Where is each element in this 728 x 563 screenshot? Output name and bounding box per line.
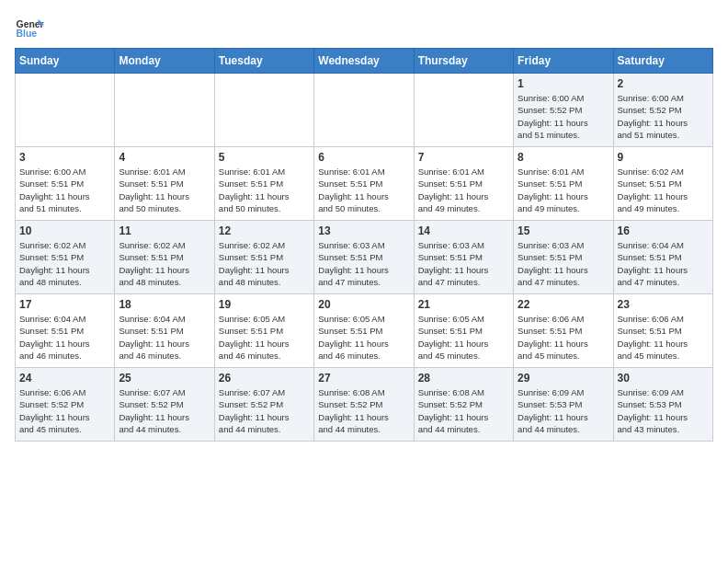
day-info: Sunrise: 6:01 AM Sunset: 5:51 PM Dayligh… <box>518 166 609 214</box>
calendar-cell: 26Sunrise: 6:07 AM Sunset: 5:52 PM Dayli… <box>214 368 313 442</box>
day-info: Sunrise: 6:05 AM Sunset: 5:51 PM Dayligh… <box>219 313 310 362</box>
day-info: Sunrise: 6:01 AM Sunset: 5:51 PM Dayligh… <box>119 166 210 214</box>
day-info: Sunrise: 6:09 AM Sunset: 5:53 PM Dayligh… <box>618 386 709 435</box>
day-info: Sunrise: 6:02 AM Sunset: 5:51 PM Dayligh… <box>219 239 310 288</box>
calendar-cell: 24Sunrise: 6:06 AM Sunset: 5:52 PM Dayli… <box>16 368 115 442</box>
day-number: 13 <box>318 224 409 237</box>
day-info: Sunrise: 6:00 AM Sunset: 5:52 PM Dayligh… <box>518 92 609 141</box>
day-info: Sunrise: 6:04 AM Sunset: 5:51 PM Dayligh… <box>19 313 110 362</box>
calendar-cell: 17Sunrise: 6:04 AM Sunset: 5:51 PM Dayli… <box>16 294 115 368</box>
day-number: 9 <box>618 151 709 164</box>
calendar-cell: 1Sunrise: 6:00 AM Sunset: 5:52 PM Daylig… <box>514 74 613 147</box>
calendar-cell: 15Sunrise: 6:03 AM Sunset: 5:51 PM Dayli… <box>514 221 613 294</box>
day-number: 15 <box>518 224 609 237</box>
calendar-cell: 7Sunrise: 6:01 AM Sunset: 5:51 PM Daylig… <box>414 147 513 221</box>
weekday-header-wednesday: Wednesday <box>314 49 414 74</box>
day-info: Sunrise: 6:02 AM Sunset: 5:51 PM Dayligh… <box>119 239 210 288</box>
day-info: Sunrise: 6:01 AM Sunset: 5:51 PM Dayligh… <box>418 166 509 214</box>
calendar-cell: 20Sunrise: 6:05 AM Sunset: 5:51 PM Dayli… <box>314 294 414 368</box>
day-info: Sunrise: 6:07 AM Sunset: 5:52 PM Dayligh… <box>219 386 310 435</box>
calendar-cell: 3Sunrise: 6:00 AM Sunset: 5:51 PM Daylig… <box>16 147 115 221</box>
calendar-cell: 29Sunrise: 6:09 AM Sunset: 5:53 PM Dayli… <box>514 368 613 442</box>
day-number: 17 <box>19 298 110 311</box>
day-number: 7 <box>418 151 509 164</box>
calendar-cell <box>16 74 115 147</box>
calendar-cell: 22Sunrise: 6:06 AM Sunset: 5:51 PM Dayli… <box>514 294 613 368</box>
weekday-header-friday: Friday <box>514 49 613 74</box>
day-info: Sunrise: 6:06 AM Sunset: 5:51 PM Dayligh… <box>518 313 609 362</box>
calendar-cell: 12Sunrise: 6:02 AM Sunset: 5:51 PM Dayli… <box>214 221 313 294</box>
day-number: 20 <box>318 298 409 311</box>
logo-icon: General Blue <box>15 15 44 44</box>
calendar-cell: 13Sunrise: 6:03 AM Sunset: 5:51 PM Dayli… <box>314 221 414 294</box>
day-info: Sunrise: 6:07 AM Sunset: 5:52 PM Dayligh… <box>119 386 210 435</box>
day-info: Sunrise: 6:05 AM Sunset: 5:51 PM Dayligh… <box>418 313 509 362</box>
calendar-cell: 28Sunrise: 6:08 AM Sunset: 5:52 PM Dayli… <box>414 368 513 442</box>
day-number: 16 <box>618 224 709 237</box>
logo: General Blue <box>15 15 44 44</box>
calendar-cell: 27Sunrise: 6:08 AM Sunset: 5:52 PM Dayli… <box>314 368 414 442</box>
day-info: Sunrise: 6:05 AM Sunset: 5:51 PM Dayligh… <box>318 313 409 362</box>
calendar-table: SundayMondayTuesdayWednesdayThursdayFrid… <box>15 48 713 442</box>
day-number: 3 <box>19 151 110 164</box>
svg-text:Blue: Blue <box>17 29 38 39</box>
calendar-cell: 4Sunrise: 6:01 AM Sunset: 5:51 PM Daylig… <box>115 147 214 221</box>
weekday-header-saturday: Saturday <box>613 49 712 74</box>
day-number: 4 <box>119 151 210 164</box>
weekday-header-thursday: Thursday <box>414 49 513 74</box>
day-info: Sunrise: 6:08 AM Sunset: 5:52 PM Dayligh… <box>318 386 409 435</box>
day-number: 28 <box>418 372 509 385</box>
day-info: Sunrise: 6:03 AM Sunset: 5:51 PM Dayligh… <box>418 239 509 288</box>
day-number: 5 <box>219 151 310 164</box>
day-number: 26 <box>219 372 310 385</box>
day-info: Sunrise: 6:03 AM Sunset: 5:51 PM Dayligh… <box>518 239 609 288</box>
day-info: Sunrise: 6:01 AM Sunset: 5:51 PM Dayligh… <box>219 166 310 214</box>
day-number: 12 <box>219 224 310 237</box>
day-number: 2 <box>618 77 709 90</box>
calendar-cell: 19Sunrise: 6:05 AM Sunset: 5:51 PM Dayli… <box>214 294 313 368</box>
day-info: Sunrise: 6:00 AM Sunset: 5:52 PM Dayligh… <box>618 92 709 141</box>
calendar-cell: 8Sunrise: 6:01 AM Sunset: 5:51 PM Daylig… <box>514 147 613 221</box>
day-number: 19 <box>219 298 310 311</box>
day-info: Sunrise: 6:09 AM Sunset: 5:53 PM Dayligh… <box>518 386 609 435</box>
calendar-cell: 6Sunrise: 6:01 AM Sunset: 5:51 PM Daylig… <box>314 147 414 221</box>
weekday-header-monday: Monday <box>115 49 214 74</box>
calendar-cell <box>115 74 214 147</box>
calendar-cell: 2Sunrise: 6:00 AM Sunset: 5:52 PM Daylig… <box>613 74 712 147</box>
day-number: 14 <box>418 224 509 237</box>
day-number: 27 <box>318 372 409 385</box>
day-number: 6 <box>318 151 409 164</box>
day-number: 24 <box>19 372 110 385</box>
day-info: Sunrise: 6:06 AM Sunset: 5:52 PM Dayligh… <box>19 386 110 435</box>
calendar-cell: 14Sunrise: 6:03 AM Sunset: 5:51 PM Dayli… <box>414 221 513 294</box>
day-number: 8 <box>518 151 609 164</box>
calendar-cell: 30Sunrise: 6:09 AM Sunset: 5:53 PM Dayli… <box>613 368 712 442</box>
day-info: Sunrise: 6:02 AM Sunset: 5:51 PM Dayligh… <box>19 239 110 288</box>
day-info: Sunrise: 6:04 AM Sunset: 5:51 PM Dayligh… <box>119 313 210 362</box>
day-number: 23 <box>618 298 709 311</box>
weekday-header-tuesday: Tuesday <box>214 49 313 74</box>
page-header: General Blue <box>15 15 713 44</box>
day-number: 1 <box>518 77 609 90</box>
day-info: Sunrise: 6:08 AM Sunset: 5:52 PM Dayligh… <box>418 386 509 435</box>
calendar-cell: 11Sunrise: 6:02 AM Sunset: 5:51 PM Dayli… <box>115 221 214 294</box>
day-number: 21 <box>418 298 509 311</box>
day-number: 11 <box>119 224 210 237</box>
day-number: 18 <box>119 298 210 311</box>
day-info: Sunrise: 6:03 AM Sunset: 5:51 PM Dayligh… <box>318 239 409 288</box>
calendar-cell: 16Sunrise: 6:04 AM Sunset: 5:51 PM Dayli… <box>613 221 712 294</box>
day-info: Sunrise: 6:00 AM Sunset: 5:51 PM Dayligh… <box>19 166 110 214</box>
calendar-cell: 9Sunrise: 6:02 AM Sunset: 5:51 PM Daylig… <box>613 147 712 221</box>
calendar-cell: 23Sunrise: 6:06 AM Sunset: 5:51 PM Dayli… <box>613 294 712 368</box>
day-info: Sunrise: 6:01 AM Sunset: 5:51 PM Dayligh… <box>318 166 409 214</box>
calendar-cell: 18Sunrise: 6:04 AM Sunset: 5:51 PM Dayli… <box>115 294 214 368</box>
day-number: 29 <box>518 372 609 385</box>
calendar-cell <box>414 74 513 147</box>
day-number: 22 <box>518 298 609 311</box>
calendar-cell: 25Sunrise: 6:07 AM Sunset: 5:52 PM Dayli… <box>115 368 214 442</box>
day-number: 30 <box>618 372 709 385</box>
calendar-cell <box>314 74 414 147</box>
day-info: Sunrise: 6:04 AM Sunset: 5:51 PM Dayligh… <box>618 239 709 288</box>
day-number: 10 <box>19 224 110 237</box>
calendar-cell: 10Sunrise: 6:02 AM Sunset: 5:51 PM Dayli… <box>16 221 115 294</box>
